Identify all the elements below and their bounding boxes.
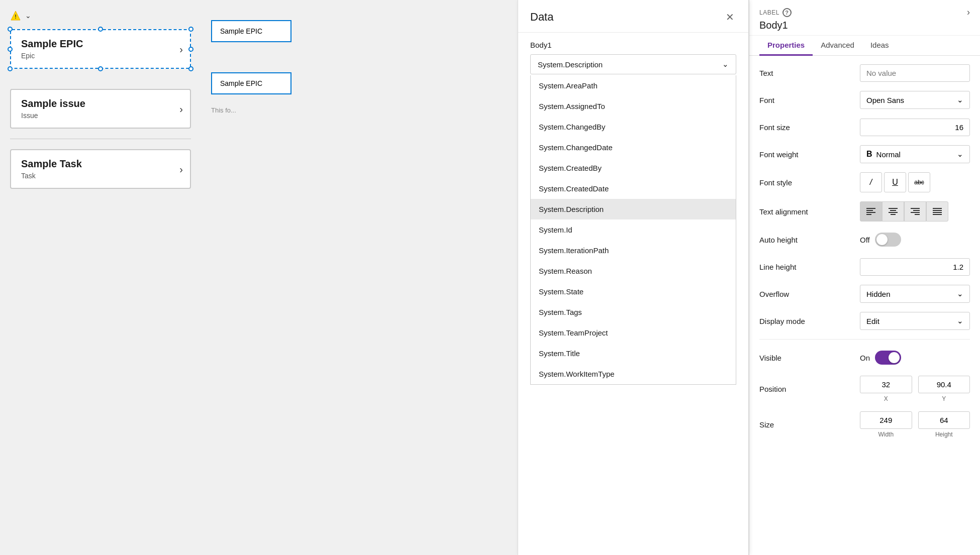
overflow-select[interactable]: Hidden ⌄ — [860, 285, 970, 303]
properties-panel: LABEL ? › Body1 Properties Advanced Idea… — [749, 0, 980, 555]
dropdown-item-8[interactable]: System.IterationPath — [531, 240, 736, 261]
dropdown-item-0[interactable]: System.AreaPath — [531, 75, 736, 96]
handle-tr[interactable] — [188, 27, 193, 32]
canvas-chevron-button[interactable]: ⌄ — [25, 12, 31, 20]
prop-divider — [759, 339, 970, 340]
text-align-group — [860, 201, 970, 221]
svg-rect-12 — [911, 212, 920, 213]
tab-properties[interactable]: Properties — [759, 36, 813, 56]
strikethrough-button[interactable]: abc — [908, 172, 930, 192]
size-property-control: Width Height — [860, 411, 970, 438]
font-style-property-row: Font style / U abc — [759, 172, 970, 192]
data-field-selected: System.Description — [538, 60, 603, 69]
display-mode-property-label: Display mode — [759, 317, 860, 325]
dropdown-item-14[interactable]: System.WorkItemType — [531, 364, 736, 384]
underline-button[interactable]: U — [884, 172, 906, 192]
task-card[interactable]: Sample Task Task › — [10, 149, 191, 189]
canvas-card-sm-2[interactable]: Sample EPIC — [211, 72, 291, 94]
position-y-group: Y — [918, 376, 970, 402]
dropdown-item-9[interactable]: System.Reason — [531, 261, 736, 281]
handle-tl[interactable] — [8, 27, 13, 32]
position-property-row: Position X Y — [759, 376, 970, 402]
text-alignment-property-control — [860, 201, 970, 221]
display-mode-chevron-icon: ⌄ — [957, 316, 963, 325]
handle-tm[interactable] — [98, 27, 103, 32]
size-height-input[interactable] — [918, 411, 970, 429]
canvas-toolbar: ! ⌄ — [10, 10, 508, 21]
dropdown-item-12[interactable]: System.TeamProject — [531, 322, 736, 343]
data-panel: Data ✕ Body1 System.Description ⌄ System… — [518, 0, 749, 555]
svg-rect-6 — [889, 208, 898, 209]
font-size-property-control — [860, 119, 970, 136]
handle-bl[interactable] — [8, 66, 13, 71]
font-weight-property-control: B Normal ⌄ — [860, 145, 970, 163]
visible-property-control: On — [860, 351, 970, 365]
position-x-input[interactable] — [860, 376, 912, 393]
epic-card-subtitle: Epic — [21, 52, 180, 60]
canvas-card-sm-1[interactable]: Sample EPIC — [211, 20, 291, 42]
dropdown-item-2[interactable]: System.ChangedBy — [531, 117, 736, 137]
handle-mr[interactable] — [188, 47, 193, 52]
display-mode-value: Edit — [866, 317, 879, 325]
tab-advanced[interactable]: Advanced — [813, 36, 862, 56]
overflow-property-label: Overflow — [759, 290, 860, 298]
prop-panel-label-row: LABEL ? › — [759, 7, 970, 18]
dropdown-item-13[interactable]: System.Title — [531, 343, 736, 364]
size-width-label: Width — [878, 431, 894, 438]
auto-height-property-row: Auto height Off — [759, 231, 970, 249]
dropdown-item-6[interactable]: System.Description — [531, 199, 736, 219]
issue-card[interactable]: Sample issue Issue › — [10, 89, 191, 129]
align-justify-button[interactable] — [926, 201, 948, 221]
font-select[interactable]: Open Sans ⌄ — [860, 91, 970, 109]
issue-card-subtitle: Issue — [21, 112, 180, 120]
dropdown-item-7[interactable]: System.Id — [531, 219, 736, 240]
handle-ml[interactable] — [8, 47, 13, 52]
overflow-property-control: Hidden ⌄ — [860, 285, 970, 303]
data-panel-body: Body1 System.Description ⌄ System.AreaPa… — [518, 33, 748, 555]
font-weight-property-row: Font weight B Normal ⌄ — [759, 145, 970, 163]
data-panel-close-button[interactable]: ✕ — [724, 10, 736, 24]
position-y-input[interactable] — [918, 376, 970, 393]
prop-body: Text Font Open Sans ⌄ Font size Font — [749, 56, 980, 455]
align-right-button[interactable] — [904, 201, 926, 221]
dropdown-item-10[interactable]: System.State — [531, 281, 736, 302]
text-property-input[interactable] — [860, 64, 970, 82]
font-weight-select[interactable]: B Normal ⌄ — [860, 145, 970, 163]
display-mode-select[interactable]: Edit ⌄ — [860, 312, 970, 330]
align-center-button[interactable] — [882, 201, 904, 221]
position-y-label: Y — [942, 395, 946, 402]
text-alignment-property-row: Text alignment — [759, 201, 970, 221]
cards-divider — [10, 139, 191, 139]
data-field-dropdown[interactable]: System.Description ⌄ — [530, 54, 736, 74]
auto-height-toggle[interactable] — [875, 233, 901, 247]
canvas-card-sm-1-label: Sample EPIC — [220, 27, 262, 35]
italic-button[interactable]: / — [860, 172, 882, 192]
text-property-control — [860, 64, 970, 82]
auto-height-toggle-row: Off — [860, 233, 970, 247]
font-weight-chevron-icon: ⌄ — [957, 150, 963, 159]
svg-text:!: ! — [15, 14, 17, 20]
dropdown-item-4[interactable]: System.CreatedBy — [531, 158, 736, 178]
dropdown-item-3[interactable]: System.ChangedDate — [531, 137, 736, 158]
dropdown-item-11[interactable]: System.Tags — [531, 302, 736, 322]
svg-rect-11 — [913, 210, 920, 211]
align-left-button[interactable] — [860, 201, 882, 221]
prop-nav-arrow[interactable]: › — [967, 7, 970, 18]
handle-bm[interactable] — [98, 66, 103, 71]
dropdown-item-1[interactable]: System.AssignedTo — [531, 96, 736, 117]
handle-br[interactable] — [188, 66, 193, 71]
svg-rect-5 — [866, 214, 871, 215]
visible-toggle[interactable] — [875, 351, 901, 365]
canvas-placeholder: This fo... — [211, 102, 291, 114]
font-size-input[interactable] — [860, 119, 970, 136]
svg-rect-13 — [915, 214, 920, 215]
svg-rect-16 — [933, 212, 942, 213]
size-width-input[interactable] — [860, 411, 912, 429]
auto-height-off-label: Off — [860, 236, 870, 244]
line-height-input[interactable] — [860, 258, 970, 276]
epic-card[interactable]: Sample EPIC Epic › — [10, 29, 191, 69]
tab-ideas[interactable]: Ideas — [862, 36, 897, 56]
dropdown-item-5[interactable]: System.CreatedDate — [531, 178, 736, 199]
font-select-value: Open Sans — [866, 96, 904, 104]
label-info-icon[interactable]: ? — [782, 8, 792, 17]
